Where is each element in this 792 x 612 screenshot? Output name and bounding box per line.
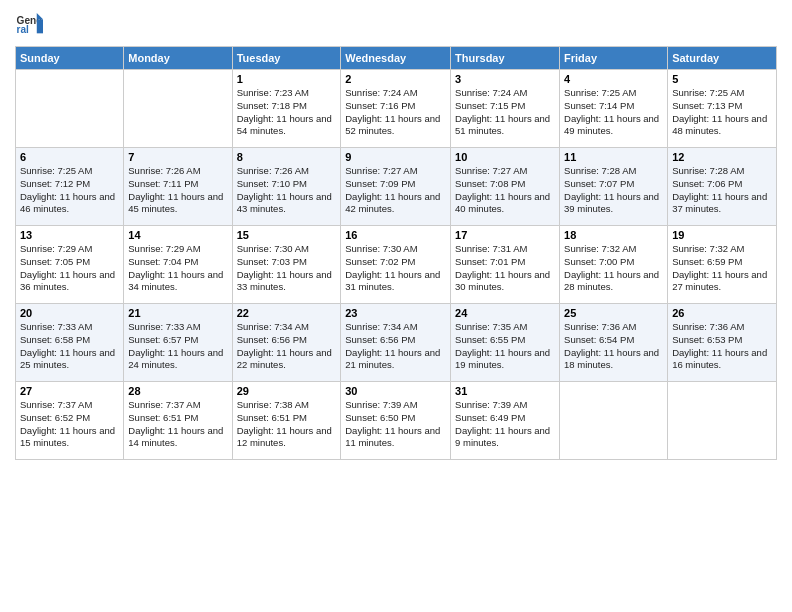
calendar-week-row: 6Sunrise: 7:25 AM Sunset: 7:12 PM Daylig… — [16, 148, 777, 226]
day-info: Sunrise: 7:27 AM Sunset: 7:09 PM Dayligh… — [345, 165, 446, 216]
day-number: 19 — [672, 229, 772, 241]
day-number: 8 — [237, 151, 337, 163]
day-number: 1 — [237, 73, 337, 85]
day-info: Sunrise: 7:29 AM Sunset: 7:04 PM Dayligh… — [128, 243, 227, 294]
calendar-cell: 12Sunrise: 7:28 AM Sunset: 7:06 PM Dayli… — [668, 148, 777, 226]
day-number: 10 — [455, 151, 555, 163]
day-info: Sunrise: 7:35 AM Sunset: 6:55 PM Dayligh… — [455, 321, 555, 372]
svg-rect-3 — [37, 19, 43, 33]
day-info: Sunrise: 7:28 AM Sunset: 7:07 PM Dayligh… — [564, 165, 663, 216]
day-info: Sunrise: 7:39 AM Sunset: 6:50 PM Dayligh… — [345, 399, 446, 450]
calendar-header-saturday: Saturday — [668, 47, 777, 70]
calendar-cell: 3Sunrise: 7:24 AM Sunset: 7:15 PM Daylig… — [451, 70, 560, 148]
day-info: Sunrise: 7:33 AM Sunset: 6:58 PM Dayligh… — [20, 321, 119, 372]
svg-text:ral: ral — [17, 24, 30, 35]
calendar-cell: 27Sunrise: 7:37 AM Sunset: 6:52 PM Dayli… — [16, 382, 124, 460]
day-info: Sunrise: 7:38 AM Sunset: 6:51 PM Dayligh… — [237, 399, 337, 450]
day-number: 11 — [564, 151, 663, 163]
day-info: Sunrise: 7:25 AM Sunset: 7:13 PM Dayligh… — [672, 87, 772, 138]
day-info: Sunrise: 7:32 AM Sunset: 7:00 PM Dayligh… — [564, 243, 663, 294]
day-info: Sunrise: 7:36 AM Sunset: 6:53 PM Dayligh… — [672, 321, 772, 372]
day-number: 7 — [128, 151, 227, 163]
day-number: 21 — [128, 307, 227, 319]
day-number: 29 — [237, 385, 337, 397]
calendar-cell: 14Sunrise: 7:29 AM Sunset: 7:04 PM Dayli… — [124, 226, 232, 304]
calendar-cell: 4Sunrise: 7:25 AM Sunset: 7:14 PM Daylig… — [560, 70, 668, 148]
calendar-cell: 17Sunrise: 7:31 AM Sunset: 7:01 PM Dayli… — [451, 226, 560, 304]
day-number: 27 — [20, 385, 119, 397]
calendar-cell: 7Sunrise: 7:26 AM Sunset: 7:11 PM Daylig… — [124, 148, 232, 226]
day-number: 20 — [20, 307, 119, 319]
day-info: Sunrise: 7:28 AM Sunset: 7:06 PM Dayligh… — [672, 165, 772, 216]
day-info: Sunrise: 7:25 AM Sunset: 7:12 PM Dayligh… — [20, 165, 119, 216]
day-number: 25 — [564, 307, 663, 319]
calendar-cell: 18Sunrise: 7:32 AM Sunset: 7:00 PM Dayli… — [560, 226, 668, 304]
calendar-header-wednesday: Wednesday — [341, 47, 451, 70]
day-number: 23 — [345, 307, 446, 319]
calendar-week-row: 27Sunrise: 7:37 AM Sunset: 6:52 PM Dayli… — [16, 382, 777, 460]
day-info: Sunrise: 7:30 AM Sunset: 7:03 PM Dayligh… — [237, 243, 337, 294]
calendar-cell: 31Sunrise: 7:39 AM Sunset: 6:49 PM Dayli… — [451, 382, 560, 460]
day-info: Sunrise: 7:24 AM Sunset: 7:15 PM Dayligh… — [455, 87, 555, 138]
calendar-cell: 10Sunrise: 7:27 AM Sunset: 7:08 PM Dayli… — [451, 148, 560, 226]
day-number: 5 — [672, 73, 772, 85]
day-number: 3 — [455, 73, 555, 85]
day-number: 31 — [455, 385, 555, 397]
calendar-cell — [668, 382, 777, 460]
calendar-header-sunday: Sunday — [16, 47, 124, 70]
day-number: 22 — [237, 307, 337, 319]
calendar-cell: 20Sunrise: 7:33 AM Sunset: 6:58 PM Dayli… — [16, 304, 124, 382]
day-number: 4 — [564, 73, 663, 85]
calendar-cell: 19Sunrise: 7:32 AM Sunset: 6:59 PM Dayli… — [668, 226, 777, 304]
day-number: 6 — [20, 151, 119, 163]
day-info: Sunrise: 7:30 AM Sunset: 7:02 PM Dayligh… — [345, 243, 446, 294]
day-info: Sunrise: 7:39 AM Sunset: 6:49 PM Dayligh… — [455, 399, 555, 450]
day-info: Sunrise: 7:36 AM Sunset: 6:54 PM Dayligh… — [564, 321, 663, 372]
day-info: Sunrise: 7:26 AM Sunset: 7:11 PM Dayligh… — [128, 165, 227, 216]
calendar-cell — [124, 70, 232, 148]
calendar-header-row: SundayMondayTuesdayWednesdayThursdayFrid… — [16, 47, 777, 70]
calendar-cell: 26Sunrise: 7:36 AM Sunset: 6:53 PM Dayli… — [668, 304, 777, 382]
calendar-cell: 30Sunrise: 7:39 AM Sunset: 6:50 PM Dayli… — [341, 382, 451, 460]
day-number: 30 — [345, 385, 446, 397]
calendar-cell — [560, 382, 668, 460]
day-number: 16 — [345, 229, 446, 241]
day-number: 24 — [455, 307, 555, 319]
logo-icon: Gene ral — [15, 10, 43, 38]
calendar-week-row: 1Sunrise: 7:23 AM Sunset: 7:18 PM Daylig… — [16, 70, 777, 148]
day-info: Sunrise: 7:37 AM Sunset: 6:51 PM Dayligh… — [128, 399, 227, 450]
calendar-cell: 8Sunrise: 7:26 AM Sunset: 7:10 PM Daylig… — [232, 148, 341, 226]
calendar-header-monday: Monday — [124, 47, 232, 70]
page-header: Gene ral — [15, 10, 777, 38]
day-number: 28 — [128, 385, 227, 397]
calendar-cell: 2Sunrise: 7:24 AM Sunset: 7:16 PM Daylig… — [341, 70, 451, 148]
calendar-cell: 29Sunrise: 7:38 AM Sunset: 6:51 PM Dayli… — [232, 382, 341, 460]
calendar-cell: 23Sunrise: 7:34 AM Sunset: 6:56 PM Dayli… — [341, 304, 451, 382]
logo: Gene ral — [15, 10, 47, 38]
calendar-header-tuesday: Tuesday — [232, 47, 341, 70]
calendar-cell: 28Sunrise: 7:37 AM Sunset: 6:51 PM Dayli… — [124, 382, 232, 460]
day-info: Sunrise: 7:29 AM Sunset: 7:05 PM Dayligh… — [20, 243, 119, 294]
calendar-week-row: 20Sunrise: 7:33 AM Sunset: 6:58 PM Dayli… — [16, 304, 777, 382]
day-number: 2 — [345, 73, 446, 85]
day-info: Sunrise: 7:37 AM Sunset: 6:52 PM Dayligh… — [20, 399, 119, 450]
calendar-header-friday: Friday — [560, 47, 668, 70]
calendar-week-row: 13Sunrise: 7:29 AM Sunset: 7:05 PM Dayli… — [16, 226, 777, 304]
calendar-cell: 22Sunrise: 7:34 AM Sunset: 6:56 PM Dayli… — [232, 304, 341, 382]
calendar-cell: 25Sunrise: 7:36 AM Sunset: 6:54 PM Dayli… — [560, 304, 668, 382]
day-info: Sunrise: 7:34 AM Sunset: 6:56 PM Dayligh… — [237, 321, 337, 372]
calendar-cell: 13Sunrise: 7:29 AM Sunset: 7:05 PM Dayli… — [16, 226, 124, 304]
day-number: 13 — [20, 229, 119, 241]
day-number: 14 — [128, 229, 227, 241]
day-number: 26 — [672, 307, 772, 319]
day-info: Sunrise: 7:32 AM Sunset: 6:59 PM Dayligh… — [672, 243, 772, 294]
day-number: 15 — [237, 229, 337, 241]
day-info: Sunrise: 7:33 AM Sunset: 6:57 PM Dayligh… — [128, 321, 227, 372]
calendar-table: SundayMondayTuesdayWednesdayThursdayFrid… — [15, 46, 777, 460]
day-number: 12 — [672, 151, 772, 163]
day-number: 9 — [345, 151, 446, 163]
calendar-cell: 21Sunrise: 7:33 AM Sunset: 6:57 PM Dayli… — [124, 304, 232, 382]
calendar-cell — [16, 70, 124, 148]
day-number: 18 — [564, 229, 663, 241]
day-info: Sunrise: 7:25 AM Sunset: 7:14 PM Dayligh… — [564, 87, 663, 138]
